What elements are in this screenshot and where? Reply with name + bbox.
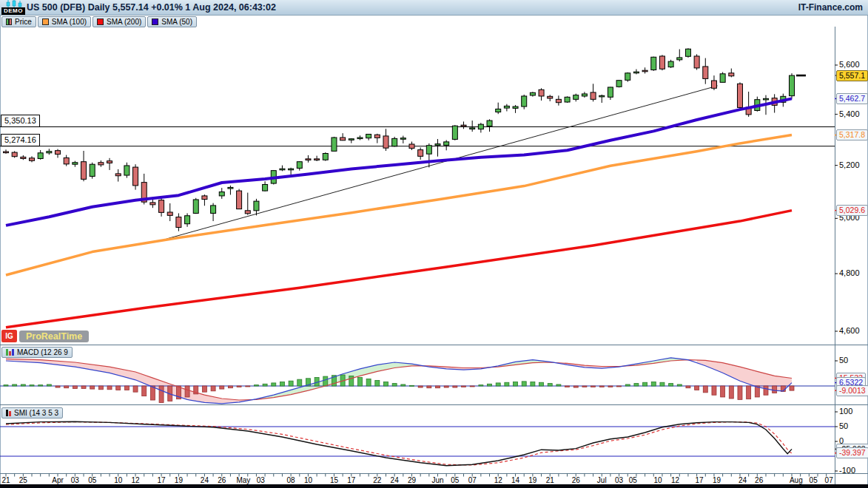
macd-histogram-bar [505, 382, 509, 386]
x-axis-label: 22 [373, 476, 381, 484]
candle [409, 142, 414, 150]
candle [591, 84, 596, 101]
macd-histogram-bar [254, 385, 258, 386]
macd-histogram-bar [116, 386, 121, 390]
candle [159, 197, 164, 217]
sma100-value-box: 5,317.8 [836, 129, 868, 140]
x-axis-label: 03 [71, 476, 79, 484]
legend-chip-sma200[interactable]: SMA (200) [92, 16, 146, 27]
macd-histogram-bar [573, 386, 578, 387]
sma50-value-box: 5,462.7 [836, 93, 868, 104]
smi-line [6, 421, 792, 466]
smi-axis-label: 50 [839, 421, 848, 430]
sma200-value-box: 5,029.6 [836, 205, 868, 216]
x-axis-label: May [236, 476, 250, 484]
candle [599, 95, 605, 103]
macd-histogram-bar [582, 386, 587, 387]
candle [254, 199, 259, 216]
macd-histogram-bar [462, 386, 466, 387]
x-axis-label: 21 [1, 476, 10, 484]
candle [711, 75, 716, 90]
legend-label: SMA (200) [107, 18, 141, 26]
x-axis-label: 26 [572, 476, 580, 484]
x-axis-label: 25 [19, 476, 27, 484]
macd-histogram-bar [427, 386, 431, 388]
macd-histogram-bar [357, 377, 362, 386]
x-axis-label: Jul [597, 476, 607, 484]
prorealtime-watermark: IG ProRealTime [1, 330, 89, 342]
sma200-line [6, 211, 792, 328]
prorealtime-logo: ProRealTime [19, 331, 89, 342]
macd-histogram-bar [470, 386, 474, 387]
legend-chip-sma50[interactable]: SMA (50) [147, 16, 197, 27]
smi-axis-label: 100 [839, 407, 852, 416]
candle [38, 150, 43, 160]
macd-histogram-bar [401, 384, 406, 386]
candle [55, 149, 61, 158]
macd-histogram-bar [410, 385, 414, 386]
macd-histogram-bar [64, 386, 69, 388]
macd-histogram-bar [712, 386, 716, 395]
macd-axis-label: 50 [839, 356, 848, 365]
candle [565, 96, 570, 103]
candle [357, 135, 363, 140]
macd-histogram-bar [418, 386, 423, 387]
x-axis-label: Jun [431, 476, 443, 484]
macd-histogram-bar [643, 382, 647, 386]
macd-histogram-bar [599, 386, 604, 387]
candle [366, 134, 371, 140]
x-axis-label: 10 [654, 476, 662, 484]
candle [12, 151, 17, 157]
candle [133, 164, 138, 189]
candle [314, 156, 320, 161]
macd-histogram-bar [375, 381, 380, 386]
x-axis-label: 10 [304, 476, 312, 484]
candle [487, 119, 492, 132]
candle [633, 70, 639, 75]
candle [219, 188, 224, 199]
x-axis-label: 05 [451, 476, 459, 484]
chart-plot-area[interactable] [0, 27, 868, 488]
sma200-color-icon [97, 18, 104, 25]
x-axis-label: 29 [408, 476, 416, 484]
sma100-color-icon [42, 18, 49, 25]
macd-histogram-bar [124, 386, 129, 390]
macd-histogram-bar [496, 383, 500, 386]
x-axis-label: Aug [790, 476, 803, 484]
candle [522, 95, 527, 109]
candle [720, 72, 725, 83]
legend-label: SMA (100) [52, 18, 87, 26]
macd-histogram-bar [790, 386, 794, 390]
macd-histogram-bar [617, 386, 622, 387]
macd-histogram-bar [695, 386, 699, 390]
candle [573, 94, 579, 102]
macd-histogram-bar [107, 386, 112, 390]
macd-histogram-bar [38, 385, 43, 386]
price-axis-label: 4,600 [839, 326, 860, 335]
macd-histogram-bar [272, 383, 276, 386]
smi-signal-line [6, 422, 792, 465]
horizontal-level-label[interactable]: 5,350.13 [1, 115, 40, 127]
macd-histogram-bar [349, 376, 354, 386]
candle [237, 189, 242, 209]
smi-icon [6, 410, 11, 416]
chart-title: US 500 (DFB) Daily 5,557.14 +0.01% 1 Aug… [27, 0, 276, 16]
legend-chip-price[interactable]: Price [1, 16, 36, 27]
legend-bar: Price SMA (100) SMA (200) SMA (50) [1, 16, 197, 27]
macd-histogram-bar [721, 386, 725, 397]
candle [47, 149, 52, 155]
macd-indicator-chip[interactable]: MACD (12 26 9 [1, 347, 73, 358]
horizontal-level-label[interactable]: 5,274.16 [1, 134, 40, 146]
candle [556, 95, 561, 105]
price-axis-label: 5,400 [839, 109, 860, 118]
macd-histogram-bar [220, 386, 224, 389]
smi-axis-label: -100 [839, 466, 855, 475]
candle [668, 60, 673, 68]
legend-chip-sma100[interactable]: SMA (100) [38, 16, 91, 27]
smi-indicator-chip[interactable]: SMI (14 3 5 3 [1, 407, 63, 418]
brand-link[interactable]: IT-Finance.com [798, 0, 863, 16]
candle [349, 138, 354, 143]
macd-histogram-bar [660, 382, 665, 386]
macd-histogram-bar [773, 386, 777, 393]
x-axis-label: 12 [671, 476, 679, 484]
